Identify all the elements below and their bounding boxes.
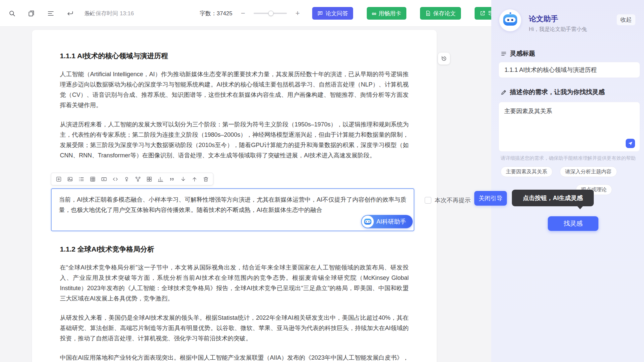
paper-qa-button[interactable]: 论文问答 [312,7,353,20]
slider-knob[interactable] [268,11,274,16]
tooltip-arrow [577,206,583,209]
pencil-icon [501,89,507,95]
search-icon [8,10,16,17]
zoom-out-button[interactable]: − [238,9,248,18]
send-button[interactable] [626,139,635,148]
document-icon [425,10,431,16]
paragraph-4: 从研发投入来看，美国仍是全球AI技术发展的领头羊。根据Statista统计，20… [60,313,409,344]
describe-need-section: 描述你的需求，让我为你找找灵感 [501,88,605,96]
plus-icon [56,176,62,182]
table-icon [90,176,96,182]
paper-qa-label: 论文问答 [325,10,348,17]
toolbar-icon-group [6,0,95,27]
return-left-icon [66,10,74,17]
bullet-list-button[interactable] [77,175,86,183]
checkbox[interactable] [425,197,431,204]
find-inspiration-button[interactable]: 找灵感 [548,216,598,231]
history-icon [441,55,447,62]
ai-badge-label: AI科研助手 [376,218,406,226]
search-button[interactable] [6,7,18,19]
return-left-button[interactable] [64,7,76,19]
floating-editor-toolbar [51,173,213,185]
layout-button[interactable] [144,175,154,183]
list-icon [78,176,85,182]
anchor-icon [123,176,130,182]
move-down-button[interactable] [178,175,188,183]
word-count-group: 字数：37425 − + [200,0,302,27]
insert-block-button[interactable] [54,175,63,183]
grid-icon [146,176,152,182]
inspiration-title-input[interactable] [499,62,640,78]
member-card-button[interactable]: ∞ 用畅用卡 [367,7,406,20]
zoom-slider[interactable] [254,10,287,17]
pages-button[interactable] [25,7,37,19]
member-card-label: 用畅用卡 [379,10,401,17]
checkbox-label: 本次不再提示 [435,196,471,204]
suggestion-chip-1[interactable]: 主要因素及其关系 [501,166,552,177]
editor-workspace: 1.1.1 AI技术的核心领域与演进历程 人工智能（Artificial Int… [0,27,491,362]
insert-table-button[interactable] [88,175,97,183]
word-count: 字数：37425 [200,10,232,17]
list-lines-icon [501,51,507,57]
outline-button[interactable] [45,7,57,19]
inspiration-title-label: 灵感标题 [510,49,535,58]
infinity-icon: ∞ [372,10,376,17]
insert-chart-button[interactable] [156,175,165,183]
assistant-greeting: Hi，我是论文助手雷小兔 [529,26,587,33]
need-input-box: 主要因素及其关系 [499,102,640,152]
assistant-sidebar: 论文助手 Hi，我是论文助手雷小兔 收起 灵感标题 描述你的需求，让我为你找找灵… [491,0,644,362]
paragraph-1: 人工智能（Artificial Intelligence，AI）作为推动新媒体生… [60,69,409,110]
suggestion-chips-row: 主要因素及其关系 请深入分析主题内容 [501,166,617,177]
chat-doc-icon [317,10,323,16]
helper-text: 请详细描述您的需求，确保助手能精准理解并提供更有效的帮助 [501,155,636,161]
close-guide-button[interactable]: 关闭引导 [474,191,507,206]
flowchart-button[interactable] [133,175,142,183]
selected-paragraph: 当前，AI技术正朝着多模态融合、小样本学习、可解释性增强等方向演进，尤其在新媒体… [59,195,406,215]
textbox-icon [101,176,107,182]
inline-editor-zone: 当前，AI技术正朝着多模态融合、小样本学习、可解释性增强等方向演进，尤其在新媒体… [51,173,414,231]
suggestion-chip-2[interactable]: 请深入分析主题内容 [560,166,617,177]
guide-tooltip: 点击按钮，AI生成灵感 [512,190,594,206]
zoom-in-button[interactable]: + [293,9,302,18]
collapse-button[interactable]: 收起 [617,14,635,25]
selected-text-block[interactable]: 当前，AI技术正朝着多模态融合、小样本学习、可解释性增强等方向演进，尤其在新媒体… [51,188,414,231]
ai-badge-avatar [362,216,374,228]
section-heading-1: 1.1.1 AI技术的核心领域与演进历程 [60,51,409,61]
dont-show-again-checkbox-row[interactable]: 本次不再提示 [425,196,471,204]
outline-icon [47,10,55,17]
ai-assistant-badge[interactable]: AI科研助手 [361,215,413,228]
last-saved-time: 最近保存时间 13:16 [84,0,134,27]
delete-block-button[interactable] [201,175,210,183]
move-up-button[interactable] [190,175,199,183]
need-textarea[interactable]: 主要因素及其关系 [499,102,640,139]
describe-need-label: 描述你的需求，让我为你找找灵感 [510,88,605,96]
arrow-up-icon [191,176,198,182]
quote-icon [169,176,175,182]
assistant-title: 论文助手 [529,14,558,24]
section-heading-2: 1.1.2 全球AI技术竞争格局分析 [60,245,409,254]
send-plane-icon [628,141,633,146]
version-history-button[interactable] [438,53,450,65]
anchor-button[interactable] [122,175,131,183]
trash-icon [203,176,209,182]
document-page[interactable]: 1.1.1 AI技术的核心领域与演进历程 人工智能（Artificial Int… [32,30,437,362]
pages-icon [28,10,35,17]
insert-image-button[interactable] [65,175,75,183]
save-paper-label: 保存论文 [433,10,456,17]
image-icon [67,176,73,182]
code-button[interactable] [110,175,120,183]
inspiration-title-section: 灵感标题 [501,49,535,58]
text-box-button[interactable] [99,175,108,183]
quote-button[interactable] [167,175,176,183]
paragraph-5: 中国在AI应用落地和产业转化方面表现突出。根据中国人工智能产业发展联盟（AIIA… [60,353,409,362]
flow-icon [135,176,141,182]
assistant-avatar [499,9,521,31]
guide-tooltip-text: 点击按钮，AI生成灵感 [523,194,583,202]
export-icon [480,10,486,16]
paragraph-2: 从演进历程来看，人工智能的发展大致可以划分为三个阶段：第一阶段为符号主义阶段（1… [60,119,409,161]
save-paper-button[interactable]: 保存论文 [420,7,461,20]
paragraph-3: 在“全球AI技术竞争格局分析”这一子节中，本文将从国际视角出发，结合近年来全球主… [60,263,409,304]
arrow-down-icon [180,176,186,182]
chart-icon [157,176,164,182]
toolbar-actions: 论文问答 ∞ 用畅用卡 保存论文 导出论文 [312,7,516,20]
